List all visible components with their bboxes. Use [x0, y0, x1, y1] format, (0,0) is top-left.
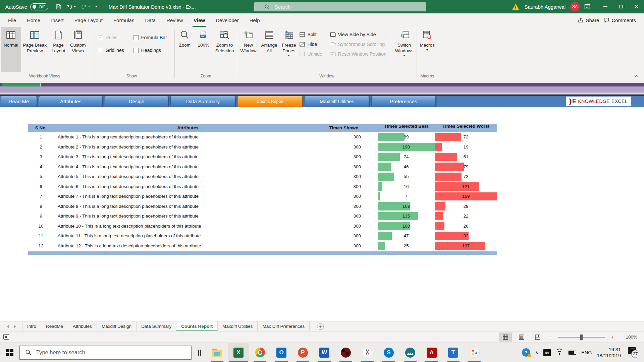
new-window-button[interactable]: New Window [238, 27, 259, 72]
search-box[interactable]: Search [254, 2, 426, 11]
cell-sno[interactable]: 3 [28, 154, 54, 159]
zoom-level[interactable]: 100% [623, 335, 637, 340]
zoom-out-button[interactable]: − [547, 334, 553, 341]
wifi-icon[interactable] [556, 350, 563, 355]
cell-attribute[interactable]: Attribute 1 - This is a long text descri… [54, 134, 322, 139]
hide-button[interactable]: Hide [300, 41, 322, 48]
taskbar-chrome-icon[interactable] [249, 343, 271, 362]
cell-times-selected-worst[interactable]: 22 [435, 211, 497, 221]
taskbar-powerpoint-icon[interactable]: P [292, 343, 314, 362]
cell-attribute[interactable]: Attribute 6 - This is a long text descri… [54, 184, 322, 189]
ribbon-tab-insert[interactable]: Insert [46, 13, 69, 27]
cell-times-shown[interactable]: 300 [322, 144, 366, 149]
minimize-button[interactable] [598, 0, 613, 13]
table-row[interactable]: 9Attribute 9 - This is a long text descr… [28, 211, 497, 221]
cell-times-shown[interactable]: 300 [322, 243, 366, 248]
status-normal-view-button[interactable] [499, 333, 512, 342]
cell-times-selected-best[interactable]: 89 [378, 132, 435, 142]
table-row[interactable]: 3Attribute 3 - This is a long text descr… [28, 152, 497, 162]
sheet-scroll-left-icon[interactable] [7, 325, 9, 328]
cell-times-selected-worst[interactable]: 19 [435, 142, 497, 152]
sheet-tab-attributes[interactable]: Attributes [68, 321, 97, 331]
cell-times-selected-best[interactable]: 7 [378, 191, 435, 201]
taskbar-outlook-icon[interactable]: O [271, 343, 292, 362]
table-header-row[interactable]: S.No. Attributes Times Shown Times Selec… [28, 124, 497, 132]
cell-attribute[interactable]: Attribute 5 - This is a long text descri… [54, 174, 322, 179]
nav-button-design[interactable]: Design [105, 96, 168, 107]
table-row[interactable]: 4Attribute 4 - This is a long text descr… [28, 162, 497, 172]
avatar[interactable]: SA [570, 2, 580, 11]
cell-times-selected-worst[interactable]: 61 [435, 152, 497, 162]
cell-times-selected-best[interactable]: 46 [378, 162, 435, 172]
customize-qat-icon[interactable] [95, 6, 97, 7]
freeze-panes-button[interactable]: Freeze Panes [279, 27, 298, 72]
taskbar-adobe-acrobat-icon[interactable]: A [421, 343, 442, 362]
cell-times-selected-best[interactable]: 25 [378, 241, 435, 251]
page-break-preview-button[interactable]: Page Break Preview [21, 27, 49, 72]
new-sheet-button[interactable]: + [317, 323, 324, 330]
cell-times-selected-best[interactable]: 108 [378, 201, 435, 212]
cell-times-selected-worst[interactable]: 169 [435, 191, 497, 201]
nav-button-attributes[interactable]: Attributes [39, 96, 103, 107]
view-side-by-side-button[interactable]: View Side by Side [330, 31, 386, 38]
formula-bar-checkbox[interactable]: Formula Bar [133, 35, 167, 40]
ribbon-tab-home[interactable]: Home [21, 13, 46, 27]
user-name[interactable]: Saurabh Aggarwal [524, 4, 566, 10]
notification-center-icon[interactable]: 27 [628, 347, 639, 358]
comments-button[interactable]: Comments [604, 17, 636, 23]
sheet-tab-maxdiff-design[interactable]: Maxdiff Design [97, 321, 137, 331]
cell-times-selected-worst[interactable]: 73 [435, 172, 497, 182]
cell-sno[interactable]: 1 [28, 134, 54, 139]
audio-device-tray-icon[interactable]: Bö [543, 349, 551, 356]
cell-times-selected-best[interactable]: 74 [378, 152, 435, 162]
language-indicator[interactable]: ENG [581, 350, 592, 355]
table-row[interactable]: 2Attribute 2 - This is a long text descr… [28, 142, 497, 152]
macros-button[interactable]: Macros [418, 27, 437, 72]
ribbon-display-options-icon[interactable] [584, 4, 590, 10]
header-times-shown[interactable]: Times Shown [322, 125, 366, 130]
table-row[interactable]: 8Attribute 8 - This is a long text descr… [28, 201, 497, 212]
taskbar-media-app-icon[interactable] [335, 343, 357, 362]
cell-times-selected-best[interactable]: 55 [378, 172, 435, 182]
cell-times-selected-worst[interactable]: 137 [435, 241, 497, 251]
autosave-toggle[interactable]: AutoSave Off [5, 3, 48, 10]
cell-attribute[interactable]: Attribute 8 - This is a long text descri… [54, 204, 322, 209]
cell-sno[interactable]: 5 [28, 174, 54, 179]
save-icon[interactable] [56, 4, 61, 10]
headings-checkbox[interactable]: Headings [133, 48, 167, 53]
taskbar-snipping-tool-icon[interactable] [357, 343, 378, 362]
table-row[interactable]: 10Attribute 10 - This is a long text des… [28, 221, 497, 231]
cell-times-selected-best[interactable]: 47 [378, 231, 435, 241]
nav-button-counts-report[interactable]: Counts Report [237, 96, 303, 107]
zoom-slider-thumb[interactable] [580, 335, 583, 340]
undo-button[interactable] [66, 4, 76, 10]
zoom-button[interactable]: Zoom [175, 27, 194, 72]
nav-button-data-summary[interactable]: Data Summary [170, 96, 235, 107]
sheet-tab-readme[interactable]: ReadMe [41, 321, 68, 331]
ribbon-tab-file[interactable]: File [3, 13, 21, 27]
switch-windows-button[interactable]: Switch Windows [393, 27, 416, 72]
cell-attribute[interactable]: Attribute 3 - This is a long text descri… [54, 154, 322, 159]
cell-times-shown[interactable]: 300 [322, 204, 366, 209]
cell-times-selected-best[interactable]: 16 [378, 182, 435, 192]
cell-attribute[interactable]: Attribute 11 - This is a long text descr… [54, 233, 322, 238]
normal-view-button[interactable]: Normal [1, 27, 21, 72]
cell-times-shown[interactable]: 300 [322, 214, 366, 219]
tray-expand-icon[interactable]: ∧ [535, 350, 539, 355]
nav-button-read-me[interactable]: Read Me [1, 96, 37, 107]
warning-icon[interactable] [512, 3, 520, 10]
cell-attribute[interactable]: Attribute 12 - This is a long text descr… [54, 243, 322, 248]
cell-times-shown[interactable]: 300 [322, 164, 366, 169]
taskbar-file-explorer-icon[interactable] [206, 343, 228, 362]
table-row[interactable]: 12Attribute 12 - This is a long text des… [28, 241, 497, 251]
page-layout-button[interactable]: Page Layout [49, 27, 68, 72]
cell-times-shown[interactable]: 300 [322, 184, 366, 189]
battery-icon[interactable] [568, 351, 576, 355]
cell-times-shown[interactable]: 300 [322, 134, 366, 139]
help-tray-icon[interactable]: ? [522, 348, 530, 357]
nav-button-preferences[interactable]: Preferences [371, 96, 436, 107]
cell-attribute[interactable]: Attribute 9 - This is a long text descri… [54, 214, 322, 219]
header-times-selected-best[interactable]: Times Selected Best [378, 124, 435, 132]
status-page-layout-button[interactable] [515, 333, 528, 342]
taskbar-text-editor-icon[interactable]: T [442, 343, 464, 362]
